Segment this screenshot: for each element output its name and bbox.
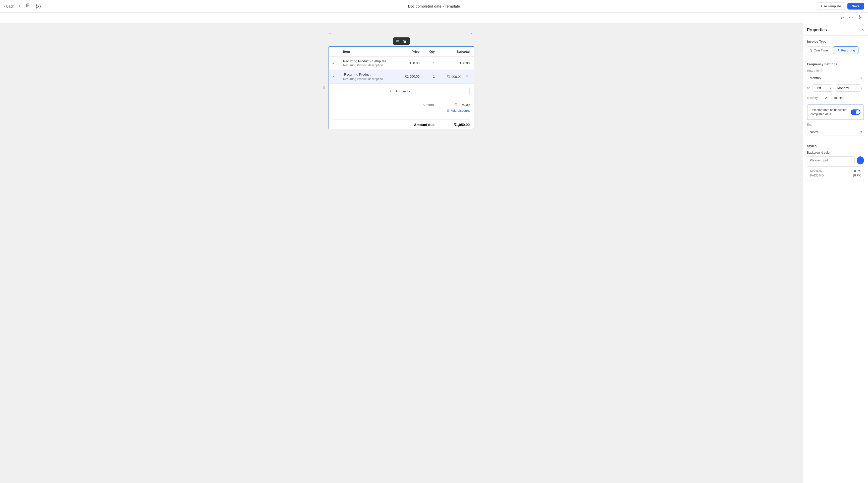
- col-header-item: Item: [339, 47, 398, 57]
- row-check-icon: ✓: [332, 61, 335, 65]
- of-every-row: of every months: [807, 94, 864, 101]
- of-every-label: of every: [807, 96, 818, 100]
- one-time-button[interactable]: $ One Time: [807, 46, 831, 54]
- canvas-more-button[interactable]: ···: [469, 31, 474, 36]
- svg-point-8: [861, 17, 862, 18]
- dollar-icon: $: [810, 48, 812, 52]
- redo-icon: ↪: [849, 15, 853, 20]
- how-often-select[interactable]: Monthly Weekly Daily Yearly: [807, 74, 864, 82]
- day-select[interactable]: Monday Tuesday Wednesday Thursday Friday…: [835, 84, 861, 92]
- recurring-button[interactable]: ↺ Recurring: [833, 46, 858, 54]
- toggle-slider: [851, 109, 861, 115]
- copy-icon: ⧉: [396, 39, 399, 43]
- add-item-button[interactable]: + + Add an Item: [333, 87, 470, 96]
- add-discount-label: Add discount: [451, 109, 470, 112]
- row-price-cell-selected: ₹1,000.00: [398, 69, 424, 83]
- undo-icon: ↩: [840, 15, 844, 20]
- color-picker-button[interactable]: [857, 156, 864, 164]
- card-delete-button[interactable]: 🗑: [401, 38, 408, 44]
- variable-icon-button[interactable]: {x}: [34, 2, 42, 10]
- discount-row: ⊟ Add discount: [333, 109, 470, 117]
- frequency-section: Frequency Settings How often? Monthly We…: [803, 58, 868, 140]
- frequency-label: Frequency Settings: [807, 62, 864, 66]
- day-select-wrapper: Monday Tuesday Wednesday Thursday Friday…: [835, 84, 864, 92]
- plus-icon: +: [390, 89, 392, 93]
- save-button[interactable]: Save: [847, 3, 864, 9]
- settings-button[interactable]: [857, 14, 864, 22]
- recurring-icon: ↺: [836, 48, 839, 52]
- first-select-wrapper: First Second Third Fourth Last: [812, 84, 833, 92]
- product-desc: Recurring Product description: [343, 64, 394, 67]
- amount-due-row: Amount due ₹1,050.00: [333, 120, 470, 127]
- invoice-type-toggle: $ One Time ↺ Recurring: [807, 46, 864, 54]
- back-button[interactable]: ‹ Back: [4, 4, 14, 8]
- recurring-label: Recurring: [841, 49, 855, 52]
- product-name-input[interactable]: [343, 72, 394, 77]
- panel-title: Properties: [807, 28, 827, 32]
- invoice-type-label: Invoice Type: [807, 40, 864, 43]
- row-subtotal-cell-selected: ₹1,000.00 ✕: [439, 69, 474, 83]
- row-item-cell-selected: Recurring Product description: [339, 69, 398, 83]
- start-date-text: Use start date as document completed dat…: [810, 108, 851, 117]
- amount-due-label: Amount due: [414, 123, 434, 127]
- padding-label: PADDING: [810, 174, 824, 177]
- end-select-wrapper: Never On date After occurrences: [807, 128, 864, 136]
- margin-padding-box: MARGIN 0 PX PADDING 10 PX: [807, 166, 864, 181]
- start-date-box: Use start date as document completed dat…: [807, 104, 864, 120]
- table-row: ✓ Recurring Product - Setup fee Recurrin…: [329, 57, 474, 70]
- redo-button[interactable]: ↪: [848, 14, 855, 22]
- invoice-card: ⠿ Item Price Qty Subtotal ✓: [329, 46, 474, 129]
- row-qty-cell-selected: 1: [424, 69, 439, 83]
- margin-label: MARGIN: [810, 169, 822, 173]
- properties-panel: Properties × Invoice Type $ One Time ↺ R…: [803, 23, 868, 483]
- card-toolbar: ⧉ 🗑: [393, 37, 410, 45]
- svg-point-7: [859, 15, 860, 17]
- add-button[interactable]: +: [17, 2, 22, 10]
- invoice-table: Item Price Qty Subtotal ✓ Recurring Prod…: [329, 47, 474, 83]
- how-often-select-wrapper: Monthly Weekly Daily Yearly: [807, 74, 864, 82]
- row-qty-cell: 1: [424, 57, 439, 70]
- months-label: months: [834, 96, 844, 100]
- canvas-add-button[interactable]: +: [329, 31, 332, 36]
- discount-icon: ⊟: [446, 109, 449, 112]
- margin-value: 0 PX: [854, 169, 861, 173]
- main-layout: + ··· ⧉ 🗑 ⠿ Item Price: [0, 23, 868, 483]
- canvas-controls: + ···: [329, 31, 474, 36]
- first-select[interactable]: First Second Third Fourth Last: [812, 84, 832, 92]
- of-every-input[interactable]: [820, 94, 832, 101]
- back-label: Back: [6, 4, 14, 8]
- end-select[interactable]: Never On date After occurrences: [807, 128, 864, 136]
- add-item-label: + Add an Item: [393, 89, 413, 93]
- subtotal-value: ₹1,050.00: [450, 103, 470, 107]
- padding-row: PADDING 10 PX: [810, 174, 861, 177]
- add-discount-link[interactable]: ⊟ Add discount: [446, 109, 470, 112]
- on-label: on: [807, 86, 810, 90]
- plus-icon: +: [329, 31, 332, 36]
- start-date-toggle[interactable]: [851, 109, 861, 115]
- more-icon: ···: [469, 31, 474, 36]
- row-item-cell: Recurring Product - Setup fee Recurring …: [339, 57, 398, 70]
- bg-color-input[interactable]: [807, 156, 855, 164]
- product-name: Recurring Product - Setup fee: [343, 59, 394, 63]
- bg-color-row: [807, 156, 864, 164]
- use-template-button[interactable]: Use Template: [817, 2, 845, 10]
- row-check-icon: ✓: [332, 74, 335, 78]
- card-copy-button[interactable]: ⧉: [395, 38, 400, 44]
- styles-section: Styles Background color MARGIN 0 PX PADD…: [803, 140, 868, 185]
- one-time-label: One Time: [814, 49, 828, 52]
- drag-handle[interactable]: ⠿: [323, 86, 326, 90]
- margin-row: MARGIN 0 PX: [810, 169, 861, 173]
- svg-point-9: [859, 18, 860, 19]
- on-row: on First Second Third Fourth Last Monday…: [807, 84, 864, 92]
- back-arrow-icon: ‹: [4, 4, 5, 8]
- panel-close-button[interactable]: ×: [861, 27, 864, 32]
- trash-icon: 🗑: [403, 39, 406, 43]
- topbar: ‹ Back + {x} Doc completed date - Templa…: [0, 0, 868, 12]
- col-header-qty: Qty: [424, 47, 439, 57]
- row-delete-button[interactable]: ✕: [464, 73, 470, 79]
- subtotal-label: Subtotal: [423, 103, 434, 107]
- undo-button[interactable]: ↩: [839, 14, 846, 22]
- doc-title: Doc completed date - Template: [408, 4, 460, 8]
- col-header-subtotal: Subtotal: [439, 47, 474, 57]
- document-icon-button[interactable]: [25, 2, 32, 10]
